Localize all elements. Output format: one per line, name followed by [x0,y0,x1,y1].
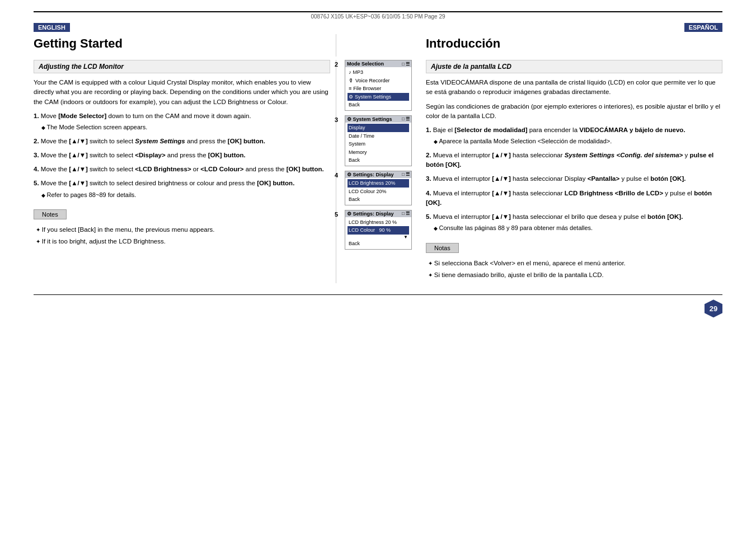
screen-3: ⚙ System Settings □ ☰ Display Date / Tim… [345,115,412,166]
screen-5-arrow: ▼ [348,235,409,240]
step5-num: 5. [34,180,41,186]
step3-num: 3. [34,152,41,158]
english-step-4: 4. Move the [▲/▼] switch to select <LCD … [34,165,330,174]
espanol-step-5: 5. Mueva el interruptor [▲/▼] hasta sele… [426,212,722,233]
screen-4-row-colour: LCD Colour 20% [348,188,409,196]
down-arrow-icon: ▼ [403,235,408,240]
screen-3-row-system: System [348,140,409,148]
espanol-steps-list: 1. Baje el [Selector de modalidad] para … [426,125,722,233]
espanol-note-2: Si tiene demasiado brillo, ajuste el bri… [426,270,722,280]
screen-5-wrapper: 5 ⚙ Settings: Display □ ☰ LCD Brightness… [345,210,412,250]
step5-text: Move the [▲/▼] switch to select desired … [41,180,295,186]
main-content: Adjusting the LCD Monitor Your the CAM i… [34,60,722,283]
screen-3-header: ⚙ System Settings □ ☰ [345,116,411,123]
screen-row-system: ⚙System Settings [348,93,409,101]
screen-3-body: Display Date / Time System Memory Back [345,123,411,166]
notas-label: Notas [426,243,458,252]
screen-4-row-back: Back [348,195,409,204]
screen-5-header: ⚙ Settings: Display □ ☰ [345,210,411,217]
screen-4-header: ⚙ Settings: Display □ ☰ [345,171,411,178]
es-step3-text: Mueva el interruptor [▲/▼] hasta selecci… [433,175,686,182]
notes-box: Notes [34,209,67,219]
screen-2-body: ♪MP3 🎙Voice Recorder ≡File Browser ⚙Syst… [345,67,411,110]
gear-icon: ⚙ [349,93,353,101]
file-icon: ≡ [349,85,351,92]
page-number-badge: 29 [705,299,722,317]
screen-4: ⚙ Settings: Display □ ☰ LCD Brightness 2… [345,171,412,205]
step3-text: Move the [▲/▼] switch to select <Display… [41,152,246,158]
es-step2-num: 2. [426,152,433,158]
screen-row-back1: Back [348,101,409,109]
espanol-note-1: Si selecciona Back <Volver> en el menú, … [426,259,722,268]
top-border [34,11,722,12]
es-step1-num: 1. [426,127,433,133]
english-step-2: 2. Move the [▲/▼] switch to select Syste… [34,137,330,146]
es-step4-text: Mueva el interruptor [▲/▼] hasta selecci… [426,190,712,206]
screen-3-num: 3 [335,116,338,123]
espanol-intro-1: Esta VIDEOCÁMARA dispone de una pantalla… [426,78,722,97]
screen-3-icons: □ ☰ [402,116,410,121]
english-step-5: 5. Move the [▲/▼] switch to select desir… [34,179,330,199]
espanol-intro-2: Según las condiciones de grabación (por … [426,102,722,121]
espanol-section-title-area: Introducción [420,34,722,57]
section-titles-row: Getting Started Introducción [34,34,722,57]
english-note-2: If it is too bright, adjust the LCD Brig… [34,237,330,246]
screen-row-voice: 🎙Voice Recorder [348,77,409,85]
espanol-notes-list: Si selecciona Back <Volver> en el menú, … [426,256,722,284]
page-num-area: 29 [34,299,722,317]
doc-ref: 00876J X105 UK+ESP~036 6/10/05 1:50 PM P… [34,13,722,20]
mic-icon: 🎙 [349,77,354,85]
screen-row-file: ≡File Browser [348,85,409,93]
step1-sub1: The Mode Selection screen appears. [41,123,330,132]
espanol-step-3: 3. Mueva el interruptor [▲/▼] hasta sele… [426,174,722,184]
step1-num: 1. [34,113,41,119]
screen-3-row-date: Date / Time [348,132,409,140]
page-container: 00876J X105 UK+ESP~036 6/10/05 1:50 PM P… [0,0,756,534]
screenshots-column: 2 Mode Selection □ ☰ ♪MP3 🎙Voice Recorde… [336,60,420,283]
es-step1-sub: Aparece la pantalla Mode Selection <Sele… [426,137,722,146]
english-step-1: 1. Move [Mode Selector] down to turn on … [34,111,330,132]
screen-3-title: ⚙ System Settings [347,116,392,122]
english-section-title-area: Getting Started [34,34,336,57]
screen-5-row-back: Back [348,240,409,248]
screen-3-row-back: Back [348,156,409,165]
screen-2-title: Mode Selection [347,61,384,67]
step1-text: Move [Mode Selector] down to turn on the… [41,113,251,119]
screen-4-num: 4 [335,172,338,179]
english-note-1: If you select [Back] in the menu, the pr… [34,225,330,235]
english-intro: Your the CAM is equipped with a colour L… [34,78,330,107]
es-step4-num: 4. [426,190,433,196]
screen-5-num: 5 [335,211,338,218]
step5-sub: Refer to pages 88~89 for details. [34,190,330,200]
espanol-notes-area: Notas Si selecciona Back <Volver> en el … [426,238,722,284]
screen-2-num: 2 [335,61,338,68]
espanol-column: Ajuste de la pantalla LCD Esta VIDEOCÁMA… [420,60,722,283]
screen-3-row-memory: Memory [348,148,409,157]
espanol-step-2: 2. Mueva el interruptor [▲/▼] hasta sele… [426,151,722,170]
english-subsection-title: Adjusting the LCD Monitor [34,60,330,73]
screen-5-title: ⚙ Settings: Display [347,211,394,217]
notas-box: Notas [426,243,459,253]
screen-5-icons: □ ☰ [402,211,410,216]
screen-4-row-brightness: LCD Brightness 20% [348,179,409,188]
notes-label: Notes [34,210,66,219]
english-badge: ENGLISH [34,23,70,32]
screen-3-wrapper: 3 ⚙ System Settings □ ☰ Display Date / T… [345,115,412,166]
english-lang-label: ENGLISH [34,23,70,32]
screen-5-row-brightness: LCD Brightness 20 % [348,218,409,227]
es-step5-sub: Consulte las páginas 88 y 89 para obtene… [426,223,722,233]
es-step2-text: Mueva el interruptor [▲/▼] hasta selecci… [426,152,713,168]
screen-5-body: LCD Brightness 20 % LCD Colour 90 % ▼ Ba… [345,217,411,249]
screen-spacer [336,34,420,57]
english-notes-list: If you select [Back] in the menu, the pr… [34,223,330,250]
step5-sub1: Refer to pages 88~89 for details. [41,190,330,200]
espanol-section-title: Introducción [426,36,722,51]
es-step5-num: 5. [426,213,433,220]
header-row: ENGLISH ESPAÑOL [34,23,722,32]
es-step5-text: Mueva el interruptor [▲/▼] hasta selecci… [433,213,683,220]
screen-2: Mode Selection □ ☰ ♪MP3 🎙Voice Recorder … [345,60,412,111]
es-step1-text: Baje el [Selector de modalidad] para enc… [433,127,685,133]
espanol-subsection-title: Ajuste de la pantalla LCD [426,60,722,73]
english-step-3: 3. Move the [▲/▼] switch to select <Disp… [34,151,330,160]
english-notes-area: Notes If you select [Back] in the menu, … [34,205,330,250]
